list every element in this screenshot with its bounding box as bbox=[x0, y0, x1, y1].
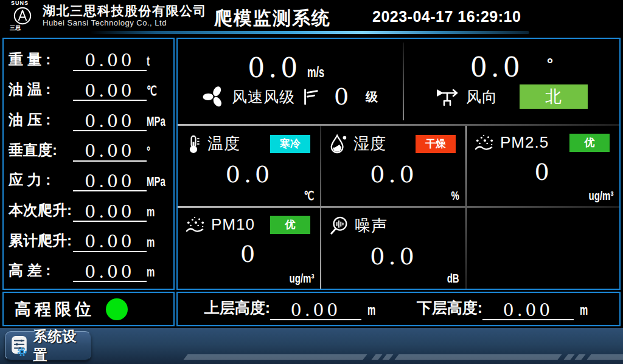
wind-level-value: 0 bbox=[334, 85, 349, 108]
company-name-block: 湖北三思科技股份有限公司 Hubei Sansi Technology Co.,… bbox=[43, 4, 207, 27]
measure-label: 油 压 : bbox=[9, 110, 73, 131]
measure-value: 0.00 bbox=[73, 263, 147, 282]
measure-row-total-climb: 累计爬升: 0.00 m bbox=[9, 225, 169, 252]
wind-speed-unit: m/s bbox=[307, 64, 324, 81]
company-name-cn: 湖北三思科技股份有限公司 bbox=[43, 4, 207, 18]
measure-label: 垂直度: bbox=[9, 140, 73, 162]
wind-level-unit: 级 bbox=[366, 89, 378, 105]
upper-height-unit: m bbox=[367, 301, 375, 320]
wind-section: 0.0 m/s 风速风级 bbox=[178, 39, 619, 124]
sensor-cell-temperature: 温度 寒冷 0.0 ℃ bbox=[178, 126, 320, 206]
sensor-label: PM10 bbox=[211, 215, 255, 234]
measure-value: 0.00 bbox=[73, 112, 147, 131]
company-name-en: Hubei Sansi Technology Co., Ltd bbox=[43, 19, 207, 28]
company-logo: SUNS 三思 湖北三思科技股份有限公司 Hubei Sansi Technol… bbox=[5, 1, 207, 31]
measure-unit: MPa bbox=[147, 114, 161, 131]
environment-panel: 0.0 m/s 风速风级 bbox=[176, 38, 621, 290]
sensor-value: 0.0 bbox=[329, 245, 459, 268]
footer-stripe bbox=[183, 354, 367, 360]
header-bar: SUNS 三思 湖北三思科技股份有限公司 Hubei Sansi Technol… bbox=[0, 0, 623, 35]
fan-icon bbox=[203, 85, 226, 108]
footer-stripe bbox=[563, 354, 574, 360]
sensor-label: 湿度 bbox=[353, 133, 386, 154]
wind-direction-unit: ° bbox=[547, 55, 553, 74]
logo-suns-text: SUNS bbox=[11, 1, 29, 6]
wind-direction-block: 0.0 ° 风向 北 bbox=[404, 39, 619, 124]
measure-label: 累计爬升: bbox=[9, 231, 73, 252]
grid-horizontal-divider bbox=[178, 206, 619, 208]
measure-unit: ℃ bbox=[147, 83, 161, 101]
measure-row-oil-temp: 油 温 : 0.00 ℃ bbox=[9, 74, 169, 101]
wind-speed-value: 0.0 bbox=[248, 55, 301, 81]
measure-label: 油 温 : bbox=[9, 80, 73, 101]
sensor-value: 0.0 bbox=[185, 163, 314, 186]
measure-value: 0.00 bbox=[73, 82, 147, 101]
measure-value: 0.00 bbox=[73, 233, 147, 252]
footer-stripe bbox=[586, 354, 623, 360]
measure-row-oil-pressure: 油 压 : 0.00 MPa bbox=[9, 105, 169, 131]
measure-label: 高 差 : bbox=[9, 261, 73, 282]
measure-label: 重 量 : bbox=[9, 50, 73, 71]
footer-stripe bbox=[371, 354, 382, 360]
lower-height-label: 下层高度: bbox=[417, 298, 482, 320]
settings-sliders-icon bbox=[10, 334, 29, 358]
wind-direction-label: 风向 bbox=[466, 87, 498, 107]
wind-vane-icon bbox=[436, 87, 460, 106]
measure-row-stress: 应 力 : 0.00 MPa bbox=[9, 165, 169, 191]
footer-stripe bbox=[574, 354, 585, 360]
logo-cn-text: 三思 bbox=[10, 26, 21, 31]
sensor-value: 0 bbox=[185, 242, 314, 266]
thermometer-icon bbox=[185, 134, 202, 154]
measure-row-verticality: 垂直度: 0.00 ° bbox=[9, 135, 169, 162]
humidity-status-badge: 干燥 bbox=[416, 135, 456, 153]
pm10-dust-icon bbox=[185, 216, 206, 234]
droplet-icon bbox=[329, 134, 348, 154]
sensor-value: 0 bbox=[474, 160, 613, 184]
page-title: 爬模监测系统 bbox=[214, 6, 331, 31]
sensor-label: PM2.5 bbox=[500, 133, 549, 152]
pm10-status-badge: 优 bbox=[270, 216, 310, 234]
lower-height-group: 下层高度: 0.00 m bbox=[417, 298, 593, 320]
measure-unit: ° bbox=[147, 144, 161, 162]
sensor-unit: dB bbox=[447, 272, 459, 286]
measure-value: 0.00 bbox=[73, 142, 147, 161]
temperature-status-badge: 寒冷 bbox=[270, 135, 310, 153]
measure-unit: m bbox=[147, 204, 161, 222]
measure-label: 应 力 : bbox=[9, 170, 73, 191]
measure-label: 本次爬升: bbox=[9, 201, 73, 222]
settings-button-label: 系统设置 bbox=[33, 328, 86, 364]
pm25-dust-icon bbox=[474, 134, 495, 152]
sansi-logo-icon bbox=[13, 6, 32, 26]
climbing-formwork-monitor-screen: SUNS 三思 湖北三思科技股份有限公司 Hubei Sansi Technol… bbox=[0, 0, 623, 364]
measure-unit: m bbox=[147, 235, 161, 252]
sensor-cell-humidity: 湿度 干燥 0.0 % bbox=[321, 126, 465, 206]
system-settings-button[interactable]: 系统设置 bbox=[5, 331, 91, 360]
datetime-display: 2023-04-17 16:29:10 bbox=[372, 8, 521, 26]
sensor-label: 噪声 bbox=[355, 215, 388, 236]
footer-bar: 系统设置 bbox=[0, 328, 623, 364]
header-gradient-divider bbox=[90, 31, 529, 34]
measure-value: 0.00 bbox=[73, 203, 147, 222]
measurements-panel: 重 量 : 0.00 t 油 温 : 0.00 ℃ 油 压 : 0.00 MPa… bbox=[2, 38, 175, 290]
measure-unit: MPa bbox=[147, 174, 161, 191]
pm25-status-badge: 优 bbox=[569, 134, 610, 152]
lower-height-value: 0.00 bbox=[482, 301, 574, 320]
measure-row-height-diff: 高 差 : 0.00 m bbox=[9, 255, 169, 282]
wind-direction-badge: 北 bbox=[520, 84, 588, 109]
sensor-label: 温度 bbox=[207, 133, 240, 154]
upper-height-group: 上层高度: 0.00 m bbox=[204, 298, 381, 320]
sensor-cell-pm10: PM10 优 0 ug/m³ bbox=[178, 208, 320, 289]
sensor-cell-pm25: PM2.5 优 0 ug/m³ bbox=[467, 126, 619, 206]
footer-stripe bbox=[394, 354, 562, 360]
layer-heights-box: 上层高度: 0.00 m 下层高度: 0.00 m bbox=[176, 292, 621, 326]
wind-speed-label: 风速风级 bbox=[232, 87, 295, 107]
measure-row-current-climb: 本次爬升: 0.00 m bbox=[9, 195, 169, 222]
measure-value: 0.00 bbox=[73, 52, 147, 70]
measure-unit: t bbox=[147, 53, 161, 71]
upper-height-value: 0.00 bbox=[270, 301, 361, 320]
wind-direction-value: 0.0 bbox=[470, 54, 524, 81]
elevation-limit-status-indicator bbox=[106, 298, 128, 320]
footer-stripe bbox=[382, 354, 393, 360]
sensor-unit: ug/m³ bbox=[588, 189, 613, 203]
sensor-unit: ug/m³ bbox=[289, 272, 314, 286]
